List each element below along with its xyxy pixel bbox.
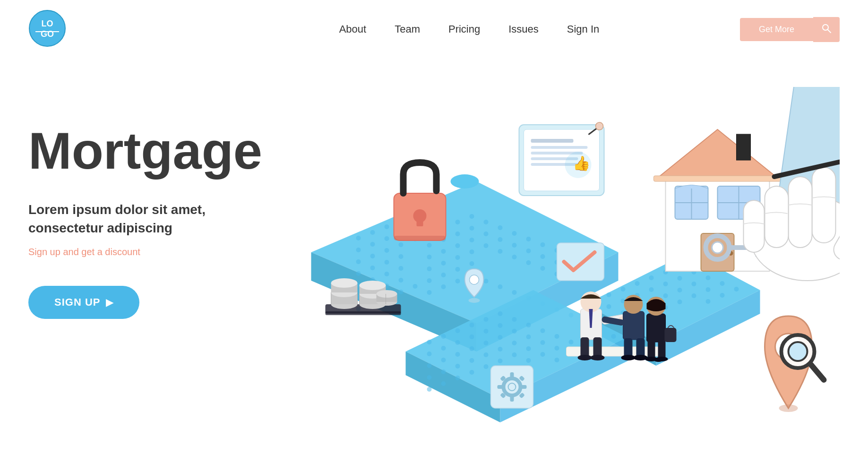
svg-rect-282 [789,177,812,248]
svg-point-241 [591,355,605,360]
svg-point-174 [470,358,474,363]
svg-point-156 [512,329,517,334]
svg-point-45 [484,243,489,248]
svg-point-40 [512,243,517,248]
svg-point-15 [356,248,361,252]
nav-about[interactable]: About [339,23,367,35]
svg-rect-259 [737,134,751,160]
svg-point-110 [607,304,611,309]
svg-point-11 [370,230,375,235]
svg-rect-284 [744,200,765,252]
svg-point-59 [427,266,432,271]
get-more-button[interactable]: Get More [740,18,813,41]
svg-point-46 [498,249,503,254]
svg-point-170 [555,358,559,362]
nav-team[interactable]: Team [395,23,420,35]
svg-point-60 [441,261,446,266]
svg-point-42 [541,254,545,259]
svg-point-31 [484,220,489,224]
svg-rect-192 [531,146,588,149]
svg-point-68 [441,284,446,289]
nav-pricing[interactable]: Pricing [448,23,480,35]
search-icon [822,24,831,33]
svg-point-206 [331,278,358,288]
hero-illustration: 👍 [255,87,840,463]
svg-point-139 [470,323,474,327]
svg-point-83 [399,254,404,259]
svg-point-161 [427,363,432,368]
svg-point-136 [427,340,432,344]
svg-point-71 [484,279,489,283]
document-tablet: 👍 [519,122,604,196]
svg-point-66 [470,261,474,266]
svg-point-35 [541,242,545,247]
svg-point-165 [484,341,489,345]
svg-point-23 [370,254,375,258]
svg-point-155 [498,323,503,328]
svg-point-107 [706,275,711,280]
svg-point-177 [512,352,517,357]
site-header: LO GO About Team Pricing Issues Sign In … [0,0,868,59]
svg-line-279 [811,365,824,380]
search-button[interactable] [813,17,840,42]
signup-button[interactable]: SIGN UP ▶ [28,286,139,319]
svg-point-230 [469,298,480,303]
svg-point-100 [607,292,611,297]
svg-rect-201 [326,311,401,315]
svg-point-125 [692,293,696,298]
svg-point-24 [385,248,389,253]
svg-rect-188 [394,236,446,240]
svg-point-86 [385,272,389,276]
svg-point-109 [734,287,739,292]
svg-point-141 [498,311,503,316]
nav-signin[interactable]: Sign In [567,23,600,35]
svg-point-0 [29,10,65,46]
svg-point-4 [823,25,828,30]
svg-point-137 [441,334,446,339]
svg-rect-268 [654,176,782,181]
signup-label: SIGN UP [54,296,100,309]
svg-point-240 [578,355,592,360]
svg-point-173 [455,364,460,369]
svg-point-117 [706,287,711,292]
svg-point-164 [470,346,474,351]
logo[interactable]: LO GO [28,9,66,49]
header-cta-area: Get More [740,17,840,42]
svg-point-138 [455,328,460,333]
nav-issues[interactable]: Issues [508,23,539,35]
svg-point-67 [427,290,432,295]
svg-point-101 [621,287,626,292]
svg-point-144 [541,328,545,333]
svg-rect-191 [531,139,574,143]
svg-point-49 [541,266,545,271]
svg-point-171 [427,375,432,380]
svg-point-176 [498,347,503,352]
svg-point-33 [512,231,517,236]
svg-rect-222 [510,372,514,378]
svg-rect-281 [812,167,836,243]
svg-point-163 [455,352,460,357]
svg-point-146 [569,340,574,344]
svg-point-172 [441,369,446,374]
hero-left-content: Mortgage Lorem ipsum dolor sit amet,cons… [28,87,274,319]
svg-rect-256 [665,328,677,342]
svg-point-154 [484,329,489,334]
svg-point-145 [555,334,559,339]
svg-rect-187 [417,216,423,226]
svg-point-29 [455,220,460,224]
svg-point-48 [526,260,531,265]
svg-point-123 [663,293,668,298]
svg-point-47 [512,255,517,259]
svg-point-142 [512,317,517,322]
svg-point-16 [370,242,375,247]
svg-point-158 [541,340,545,345]
svg-point-150 [427,352,432,356]
svg-point-278 [789,342,808,361]
svg-point-159 [555,346,559,351]
svg-point-214 [377,290,397,298]
svg-point-255 [654,358,663,362]
svg-point-184 [498,359,503,363]
svg-point-151 [441,346,446,351]
svg-point-10 [356,236,361,240]
svg-point-102 [635,281,640,286]
